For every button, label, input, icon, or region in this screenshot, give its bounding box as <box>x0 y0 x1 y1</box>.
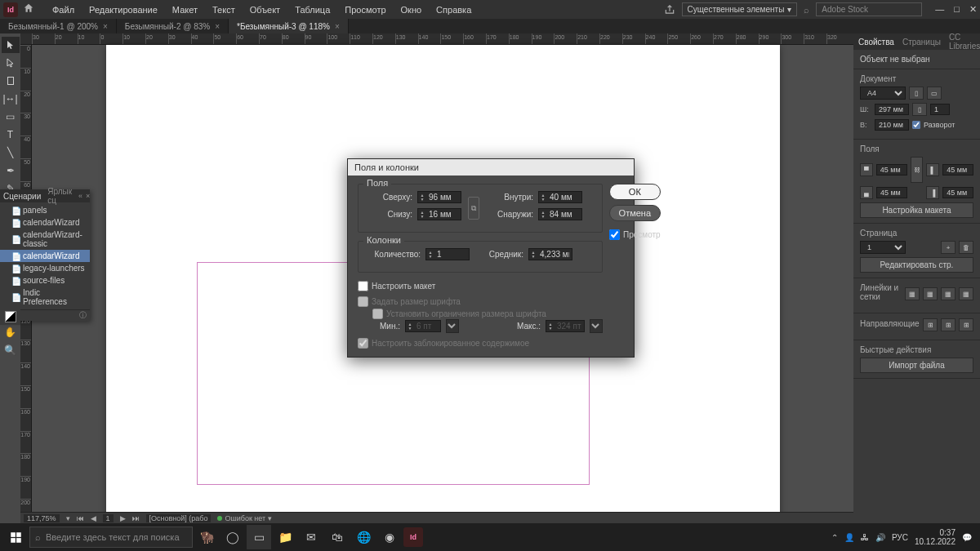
scripts-tab[interactable]: Сценарии <box>3 192 41 201</box>
zoom-tool[interactable]: 🔍 <box>2 342 20 358</box>
direct-selection-tool[interactable] <box>2 55 20 71</box>
script-item[interactable]: 📄Indic Preferences <box>0 287 90 308</box>
ruler-btn-1[interactable]: ▦ <box>905 287 920 300</box>
doc-tab-3[interactable]: *Безымянный-3 @ 118%× <box>229 19 349 33</box>
adjust-layout-checkbox[interactable] <box>358 281 368 291</box>
taskview-icon[interactable]: ◯ <box>220 525 245 549</box>
workspace-dropdown[interactable]: Существенные элементы▾ <box>682 2 798 16</box>
orientation-portrait[interactable]: ▯ <box>909 87 924 100</box>
script-item[interactable]: 📄calendarWizard <box>0 216 90 229</box>
edge-icon[interactable]: 🌐 <box>351 525 376 549</box>
pages-field[interactable]: 1 <box>930 104 950 115</box>
guide-btn-1[interactable]: ⊞ <box>923 318 938 331</box>
last-page-icon[interactable]: ⏭ <box>132 514 140 522</box>
indesign-taskbar-icon[interactable]: Id <box>403 527 423 547</box>
menu-window[interactable]: Окно <box>394 2 429 17</box>
type-tool[interactable]: T <box>2 127 20 143</box>
home-icon[interactable] <box>23 2 38 17</box>
tab-properties[interactable]: Свойства <box>858 38 894 47</box>
menu-text[interactable]: Текст <box>206 2 242 17</box>
script-item[interactable]: 📄panels <box>0 204 90 216</box>
script-item[interactable]: 📄calendarWizard <box>0 250 90 262</box>
inside-spinner[interactable]: ▲▼ <box>538 191 582 203</box>
content-collector-tool[interactable]: ▭ <box>2 109 20 125</box>
ruler-btn-4[interactable]: ▦ <box>959 287 973 300</box>
panel-info-icon[interactable]: ⓘ <box>79 310 87 321</box>
notification-icon[interactable]: 💬 <box>962 533 972 542</box>
import-file-button[interactable]: Импорт файла <box>860 358 973 373</box>
cancel-button[interactable]: Отмена <box>609 205 661 221</box>
hand-tool[interactable]: ✋ <box>2 324 20 340</box>
preflight-status[interactable]: Ошибок нет <box>225 514 265 522</box>
stock-search[interactable]: Adobe Stock <box>816 2 922 16</box>
close-icon[interactable]: × <box>215 22 220 31</box>
gap-tool[interactable]: |↔| <box>2 91 20 107</box>
page-size-select[interactable]: A4 <box>860 87 906 100</box>
script-item[interactable]: 📄source-files <box>0 274 90 287</box>
tray-people-icon[interactable]: 👤 <box>844 533 854 542</box>
page-field[interactable]: 1 <box>103 514 114 522</box>
first-page-icon[interactable]: ⏮ <box>77 514 84 522</box>
margin-left-field[interactable]: 45 мм <box>942 164 973 176</box>
page-select[interactable]: 1 <box>860 241 906 254</box>
delete-page-icon[interactable]: 🗑 <box>959 241 973 254</box>
count-spinner[interactable]: ▲▼ <box>425 248 470 260</box>
pen-tool[interactable]: ✒ <box>2 162 20 179</box>
adjust-layout-button[interactable]: Настройка макета <box>860 202 973 218</box>
menu-object[interactable]: Объект <box>243 2 287 17</box>
link-icon[interactable]: ⛓ <box>911 157 924 183</box>
link-margins-icon[interactable]: ⧉ <box>468 197 479 220</box>
outside-spinner[interactable]: ▲▼ <box>538 208 582 220</box>
margin-bottom-field[interactable]: 45 мм <box>876 187 907 198</box>
line-tool[interactable]: ╲ <box>2 144 20 161</box>
prev-page-icon[interactable]: ◀ <box>91 514 96 522</box>
store-icon[interactable]: 🛍 <box>325 525 350 549</box>
page-tool[interactable] <box>2 73 20 89</box>
tray-chevron-icon[interactable]: ⌃ <box>831 533 838 542</box>
panel-close-icon[interactable]: × <box>86 192 90 200</box>
orientation-landscape[interactable]: ▭ <box>927 87 942 100</box>
explorer-icon[interactable]: 📁 <box>273 525 297 549</box>
new-page-icon[interactable]: + <box>941 241 956 254</box>
tab-libraries[interactable]: CC Libraries <box>949 33 980 51</box>
gutter-spinner[interactable]: ▲▼ <box>528 248 572 260</box>
tab-pages[interactable]: Страницы <box>902 38 941 47</box>
ok-button[interactable]: ОК <box>609 184 661 200</box>
panel-collapse-icon[interactable]: « <box>78 192 82 200</box>
tray-volume-icon[interactable]: 🔊 <box>875 533 885 542</box>
doc-tab-1[interactable]: Безымянный-1 @ 200%× <box>0 19 117 33</box>
top-spinner[interactable]: ▲▼ <box>417 191 461 203</box>
share-icon[interactable] <box>664 4 675 16</box>
ruler-btn-3[interactable]: ▦ <box>941 287 956 300</box>
menu-table[interactable]: Таблица <box>288 2 336 17</box>
search-stock-icon[interactable]: ⌕ <box>804 5 809 15</box>
tray-network-icon[interactable]: 🖧 <box>861 533 869 542</box>
chrome-icon[interactable]: ◉ <box>377 525 402 549</box>
bottom-spinner[interactable]: ▲▼ <box>417 208 461 220</box>
menu-help[interactable]: Справка <box>430 2 478 17</box>
margin-top-field[interactable]: 45 мм <box>876 164 907 176</box>
guide-btn-3[interactable]: ⊞ <box>959 318 973 331</box>
start-button[interactable] <box>3 525 28 549</box>
guide-btn-2[interactable]: ⊞ <box>941 318 956 331</box>
color-swatch-panel[interactable] <box>0 309 20 325</box>
close-icon[interactable]: × <box>335 22 340 31</box>
menu-view[interactable]: Просмотр <box>338 2 392 17</box>
maximize-icon[interactable]: □ <box>954 4 960 15</box>
script-item[interactable]: 📄calendarWizard-classic <box>0 229 90 250</box>
ruler-btn-2[interactable]: ▦ <box>923 287 938 300</box>
mail-icon[interactable]: ✉ <box>299 525 323 549</box>
zoom-field[interactable]: 117,75% <box>24 514 60 522</box>
menu-layout[interactable]: Макет <box>166 2 204 17</box>
tray-lang[interactable]: РУС <box>892 533 908 542</box>
taskbar-app-1[interactable]: 🦬 <box>194 525 219 549</box>
doc-tab-2[interactable]: Безымянный-2 @ 83%× <box>117 19 229 33</box>
selection-tool[interactable] <box>2 37 20 53</box>
close-icon[interactable]: ✕ <box>969 4 977 15</box>
minimize-icon[interactable]: — <box>935 4 944 15</box>
next-page-icon[interactable]: ▶ <box>120 514 126 522</box>
fill-stroke-swatch[interactable] <box>5 311 16 322</box>
facing-pages-checkbox[interactable] <box>912 121 920 129</box>
script-item[interactable]: 📄legacy-launchers <box>0 262 90 274</box>
width-field[interactable]: 297 мм <box>875 104 909 115</box>
